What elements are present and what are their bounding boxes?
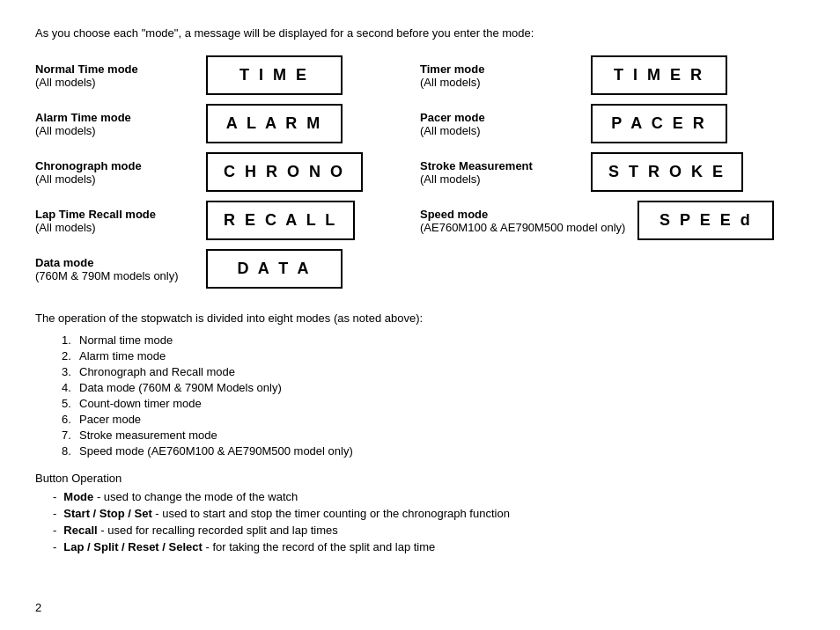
mode-label: Timer mode(All models) (420, 62, 578, 89)
modes-left-col: Normal Time mode(All models)T I M EAlarm… (35, 55, 420, 296)
button-list-item: Recall - used for recalling recorded spl… (53, 524, 805, 537)
mode-sub: (All models) (35, 221, 194, 234)
mode-label: Lap Time Recall mode(All models) (35, 208, 194, 234)
mode-row-right-2: Stroke Measurement(All models)S T R O K … (420, 152, 805, 192)
list-item: 2.Alarm time mode (62, 349, 805, 363)
mode-box: S P E E d (637, 201, 774, 240)
mode-box: D A T A (206, 249, 343, 289)
mode-row-left-1: Alarm Time mode(All models)A L A R M (35, 104, 420, 143)
mode-sub: (All models) (420, 76, 578, 89)
mode-title: Stroke Measurement (420, 159, 578, 172)
numbered-list: 1.Normal time mode2.Alarm time mode3.Chr… (62, 333, 805, 458)
mode-row-left-3: Lap Time Recall mode(All models)R E C A … (35, 201, 420, 240)
mode-label: Chronograph mode(All models) (35, 159, 194, 186)
list-item: 4.Data mode (760M & 790M Models only) (62, 381, 805, 394)
mode-title: Alarm Time mode (35, 111, 194, 124)
modes-right-col: Timer mode(All models)T I M E RPacer mod… (420, 55, 805, 296)
mode-row-left-4: Data mode(760M & 790M models only)D A T … (35, 249, 420, 289)
mode-box: P A C E R (591, 104, 727, 143)
mode-sub: (All models) (420, 172, 578, 186)
intro-paragraph: As you choose each "mode", a message wil… (35, 26, 805, 40)
mode-row-right-3: Speed mode(AE760M100 & AE790M500 model o… (420, 201, 805, 240)
mode-sub: (All models) (35, 172, 194, 186)
list-item: 3.Chronograph and Recall mode (62, 365, 805, 378)
mode-label: Alarm Time mode(All models) (35, 111, 194, 137)
button-operation-title: Button Operation (35, 472, 805, 485)
list-item: 1.Normal time mode (62, 333, 805, 347)
mode-label: Normal Time mode(All models) (35, 62, 194, 89)
mode-title: Lap Time Recall mode (35, 208, 194, 221)
button-list-item: Lap / Split / Reset / Select - for takin… (53, 540, 805, 553)
mode-sub: (760M & 790M models only) (35, 269, 194, 282)
list-item: 5.Count-down timer mode (62, 397, 805, 410)
button-list-item: Mode - used to change the mode of the wa… (53, 490, 805, 503)
modes-grid: Normal Time mode(All models)T I M EAlarm… (35, 55, 805, 296)
mode-label: Stroke Measurement(All models) (420, 159, 578, 186)
mode-box: T I M E R (591, 55, 727, 95)
mode-title: Data mode (35, 256, 194, 269)
operation-text: The operation of the stopwatch is divide… (35, 311, 805, 325)
page-number: 2 (35, 601, 41, 614)
list-item: 8.Speed mode (AE760M100 & AE790M500 mode… (62, 444, 805, 458)
mode-sub: (All models) (35, 76, 194, 89)
list-item: 6.Pacer mode (62, 413, 805, 426)
mode-box: R E C A L L (206, 201, 355, 240)
mode-box: T I M E (206, 55, 343, 95)
mode-sub: (All models) (420, 124, 578, 137)
mode-title: Speed mode (420, 208, 625, 221)
button-list: Mode - used to change the mode of the wa… (53, 490, 805, 553)
mode-title: Timer mode (420, 62, 578, 76)
mode-sub: (AE760M100 & AE790M500 model only) (420, 221, 625, 234)
mode-title: Pacer mode (420, 111, 578, 124)
mode-title: Chronograph mode (35, 159, 194, 172)
mode-row-right-1: Pacer mode(All models)P A C E R (420, 104, 805, 143)
mode-row-left-2: Chronograph mode(All models)C H R O N O (35, 152, 420, 192)
list-item: 7.Stroke measurement mode (62, 429, 805, 442)
button-list-item: Start / Stop / Set - used to start and s… (53, 507, 805, 520)
mode-label: Data mode(760M & 790M models only) (35, 256, 194, 282)
bottom-section: Button Operation Mode - used to change t… (35, 472, 805, 553)
mode-row-right-0: Timer mode(All models)T I M E R (420, 55, 805, 95)
mode-box: A L A R M (206, 104, 343, 143)
mode-box: S T R O K E (591, 152, 743, 192)
mode-row-left-0: Normal Time mode(All models)T I M E (35, 55, 420, 95)
mode-label: Speed mode(AE760M100 & AE790M500 model o… (420, 208, 625, 234)
mode-box: C H R O N O (206, 152, 363, 192)
mode-sub: (All models) (35, 124, 194, 137)
mode-label: Pacer mode(All models) (420, 111, 578, 137)
mode-title: Normal Time mode (35, 62, 194, 76)
